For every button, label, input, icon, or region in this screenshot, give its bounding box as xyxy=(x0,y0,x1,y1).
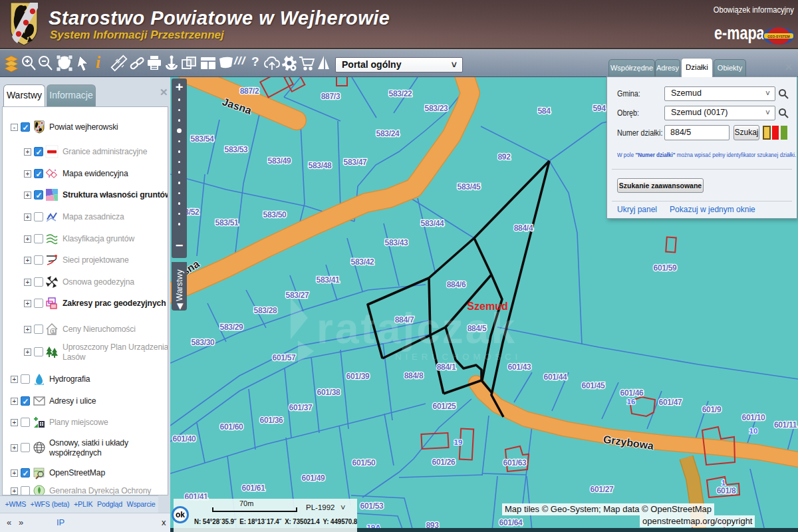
svg-text:601/45: 601/45 xyxy=(582,381,606,390)
svg-text:583/29: 583/29 xyxy=(220,323,244,332)
svg-text:887/3: 887/3 xyxy=(321,92,340,101)
svg-text:583/24: 583/24 xyxy=(376,129,400,138)
svg-text:601/37: 601/37 xyxy=(289,403,313,412)
svg-text:583/51: 583/51 xyxy=(215,218,239,227)
svg-text:601/38: 601/38 xyxy=(317,388,341,397)
svg-text:NIERUCHOMOŚCI: NIERUCHOMOŚCI xyxy=(395,352,521,362)
svg-text:583/44: 583/44 xyxy=(421,219,445,228)
svg-text:583/48: 583/48 xyxy=(309,161,332,170)
svg-text:583/53: 583/53 xyxy=(225,145,249,154)
svg-text:887/2: 887/2 xyxy=(240,86,259,96)
svg-text:884/4: 884/4 xyxy=(514,223,533,233)
svg-text:601/25: 601/25 xyxy=(433,402,457,411)
svg-text:583/49: 583/49 xyxy=(268,156,292,166)
svg-text:601/47: 601/47 xyxy=(659,398,683,407)
svg-text:601/39: 601/39 xyxy=(346,372,370,381)
svg-text:1: 1 xyxy=(722,479,726,487)
svg-text:601/64: 601/64 xyxy=(499,518,523,527)
svg-text:GEO-SYSTEM: GEO-SYSTEM xyxy=(767,35,789,39)
svg-text:601/46: 601/46 xyxy=(620,388,644,398)
svg-text:601/50: 601/50 xyxy=(352,458,376,467)
svg-text:601/40: 601/40 xyxy=(173,434,197,444)
svg-text:583/22: 583/22 xyxy=(389,89,413,98)
svg-text:601/43: 601/43 xyxy=(508,362,532,372)
svg-text:583/30: 583/30 xyxy=(192,338,215,347)
svg-text:892: 892 xyxy=(497,152,511,162)
svg-text:583/23: 583/23 xyxy=(425,104,449,113)
svg-text:884/8: 884/8 xyxy=(404,371,424,380)
svg-text:884/1: 884/1 xyxy=(437,362,456,372)
svg-text:601/8: 601/8 xyxy=(717,486,736,495)
svg-text:601/63: 601/63 xyxy=(503,458,527,467)
svg-text:$: $ xyxy=(52,329,55,334)
svg-text:583/43: 583/43 xyxy=(385,238,409,247)
svg-text:601/44: 601/44 xyxy=(544,372,568,382)
svg-text:601/60: 601/60 xyxy=(220,422,244,432)
svg-text:601/57: 601/57 xyxy=(273,353,297,362)
svg-text:884/5: 884/5 xyxy=(467,324,487,333)
svg-text:601/10: 601/10 xyxy=(742,413,766,422)
svg-text:601/27: 601/27 xyxy=(591,485,614,494)
svg-text:583/28: 583/28 xyxy=(254,306,278,315)
svg-text:583/27: 583/27 xyxy=(286,291,310,300)
svg-text:884/7: 884/7 xyxy=(395,315,414,325)
svg-text:16: 16 xyxy=(627,398,636,406)
svg-text:601/11: 601/11 xyxy=(774,420,797,430)
svg-text:601/61: 601/61 xyxy=(242,483,266,493)
svg-text:601/36: 601/36 xyxy=(260,416,284,425)
svg-text:583/54: 583/54 xyxy=(191,134,215,144)
svg-text:583/50: 583/50 xyxy=(263,210,287,219)
svg-text:583/45: 583/45 xyxy=(458,182,481,192)
svg-text:884/6: 884/6 xyxy=(447,280,466,289)
svg-text:601/9: 601/9 xyxy=(702,405,722,414)
svg-text:594: 594 xyxy=(593,104,606,113)
svg-text:601/53: 601/53 xyxy=(360,501,384,511)
svg-text:601/59: 601/59 xyxy=(654,263,678,273)
svg-text:19: 19 xyxy=(454,438,463,446)
svg-text:583/42: 583/42 xyxy=(351,257,375,267)
svg-text:583/41: 583/41 xyxy=(317,275,340,285)
svg-text:584: 584 xyxy=(537,106,551,116)
svg-text:601/26: 601/26 xyxy=(432,458,456,467)
svg-text:Szemud: Szemud xyxy=(467,301,507,312)
svg-text:583/47: 583/47 xyxy=(344,158,368,167)
svg-text:601/49: 601/49 xyxy=(302,473,326,483)
svg-text:10: 10 xyxy=(749,427,758,435)
